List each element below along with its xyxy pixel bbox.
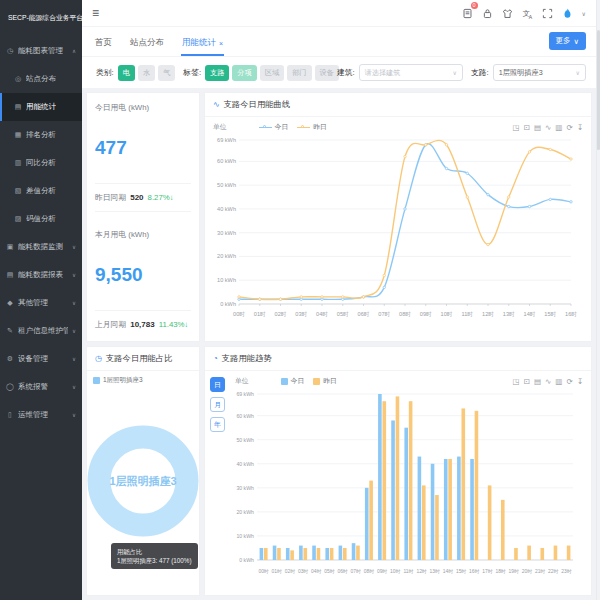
tag-chip-支路[interactable]: 支路 xyxy=(205,65,229,81)
sidebar-item-icon: ▦ xyxy=(14,131,22,139)
more-button[interactable]: 更多 ∨ xyxy=(549,32,587,50)
pie-chart-title: 支路今日用能占比 xyxy=(106,353,172,364)
last-month-value: 10,783 xyxy=(130,320,154,329)
zoom-icon[interactable]: ◳ xyxy=(513,123,520,132)
tab-label: 用能统计 xyxy=(182,37,216,49)
category-chips: 电水气 xyxy=(118,65,176,81)
restore-icon[interactable]: ⟳ xyxy=(566,123,572,132)
avatar-flame-icon[interactable] xyxy=(562,7,574,19)
sidebar-group-label: 设备管理 xyxy=(18,354,48,364)
tag-chip-部门[interactable]: 部门 xyxy=(287,65,311,81)
tab-首页[interactable]: 首页 xyxy=(94,30,113,56)
sidebar-group-label: 能耗数据监测 xyxy=(18,242,63,252)
tab-站点分布[interactable]: 站点分布 xyxy=(129,30,165,56)
data-view-icon[interactable]: ▤ xyxy=(534,377,541,386)
pulse-icon: ∿ xyxy=(213,100,220,109)
category-chip-水[interactable]: 水 xyxy=(138,65,155,81)
period-button-日[interactable]: 日 xyxy=(210,377,225,392)
legend-label: 昨日 xyxy=(313,122,327,132)
sidebar-group-0[interactable]: ◷能耗图表管理∧ xyxy=(0,37,82,65)
period-button-年[interactable]: 年 xyxy=(210,417,225,432)
filter-bar: 类别: 电水气 标签: 支路分项区域部门设备 建筑: 请选择建筑 ∨ 支路: 1… xyxy=(82,56,596,88)
pie-center-label: 1层照明插座3 xyxy=(109,475,176,487)
download-icon[interactable]: ↧ xyxy=(577,123,583,132)
docs-icon[interactable]: 0 xyxy=(462,7,474,19)
line-chart-plot: 0 kWh10 kWh20 kWh30 kWh40 kWh50 kWh60 kW… xyxy=(205,132,591,341)
svg-text:0 kWh: 0 kWh xyxy=(220,301,236,307)
svg-text:11时: 11时 xyxy=(403,568,413,574)
tag-chip-设备[interactable]: 设备 xyxy=(315,65,339,81)
sidebar-item-排名分析[interactable]: ▦排名分析 xyxy=(0,121,82,149)
sidebar-item-label: 码值分析 xyxy=(26,214,56,224)
svg-text:20 kWh: 20 kWh xyxy=(236,509,254,515)
sidebar-group-6[interactable]: ◯系统报警∨ xyxy=(0,373,82,401)
svg-text:40 kWh: 40 kWh xyxy=(236,461,254,467)
svg-text:16时: 16时 xyxy=(565,311,577,317)
sidebar-item-码值分析[interactable]: ▨码值分析 xyxy=(0,205,82,233)
theme-icon[interactable] xyxy=(502,7,514,19)
page-scrollbar[interactable] xyxy=(596,0,600,600)
sidebar-group-1[interactable]: ▣能耗数据监测∨ xyxy=(0,233,82,261)
svg-text:20 kWh: 20 kWh xyxy=(217,253,236,259)
fullscreen-icon[interactable] xyxy=(542,7,554,19)
sidebar-group-3[interactable]: ◆其他管理∨ xyxy=(0,289,82,317)
zoom-reset-icon[interactable]: ⊡ xyxy=(524,377,530,386)
zoom-reset-icon[interactable]: ⊡ xyxy=(524,123,530,132)
top-header: ≡ 0 文A ∨ xyxy=(82,0,596,26)
line-type-icon[interactable]: ∿ xyxy=(545,377,551,386)
svg-text:15时: 15时 xyxy=(456,568,466,574)
tag-chip-区域[interactable]: 区域 xyxy=(260,65,284,81)
period-button-月[interactable]: 月 xyxy=(210,397,225,412)
legend-marker xyxy=(297,127,310,128)
yesterday-compare-row: 昨日同期 520 8.27%↓ xyxy=(95,183,191,212)
sidebar-item-同比分析[interactable]: ▥同比分析 xyxy=(0,149,82,177)
svg-text:20时: 20时 xyxy=(522,568,532,574)
bar-type-icon[interactable]: ▥ xyxy=(555,377,562,386)
line-legend: 今日昨日 xyxy=(259,122,327,132)
sidebar-item-站点分布[interactable]: ◎站点分布 xyxy=(0,65,82,93)
sidebar-item-差值分析[interactable]: ▧差值分析 xyxy=(0,177,82,205)
sidebar-item-label: 排名分析 xyxy=(26,130,56,140)
legend-item-今日[interactable]: 今日 xyxy=(259,122,289,132)
legend-item-今日[interactable]: 今日 xyxy=(281,376,305,386)
branch-label: 支路: xyxy=(471,67,489,78)
sidebar-group-icon: ✎ xyxy=(6,327,14,335)
svg-text:08时: 08时 xyxy=(364,568,374,574)
sidebar-item-icon: ▥ xyxy=(14,159,22,167)
sidebar-group-5[interactable]: ⚙设备管理∨ xyxy=(0,345,82,373)
language-icon[interactable]: 文A xyxy=(522,7,534,19)
lock-icon[interactable] xyxy=(482,7,494,19)
line-type-icon[interactable]: ∿ xyxy=(545,123,551,132)
legend-item-昨日[interactable]: 昨日 xyxy=(313,376,337,386)
tab-用能统计[interactable]: 用能统计× xyxy=(181,30,224,56)
sidebar-group-2[interactable]: ▤能耗数据报表∨ xyxy=(0,261,82,289)
download-icon[interactable]: ↧ xyxy=(577,377,583,386)
svg-text:01时: 01时 xyxy=(254,311,266,317)
tag-chip-分项[interactable]: 分项 xyxy=(232,65,256,81)
user-menu-caret-icon[interactable]: ∨ xyxy=(582,10,586,17)
legend-item-昨日[interactable]: 昨日 xyxy=(297,122,327,132)
svg-text:01时: 01时 xyxy=(272,568,282,574)
sidebar-group-4[interactable]: ✎租户信息维护管理∨ xyxy=(0,317,82,345)
unit-label: 单位 xyxy=(213,122,227,132)
data-view-icon[interactable]: ▤ xyxy=(534,123,541,132)
tab-label: 站点分布 xyxy=(130,37,164,49)
last-month-compare-row: 上月同期 10,783 11.43%↓ xyxy=(95,310,191,332)
branch-select[interactable]: 1层照明插座3 ∨ xyxy=(493,64,586,81)
restore-icon[interactable]: ⟳ xyxy=(566,377,572,386)
svg-text:06时: 06时 xyxy=(337,568,347,574)
svg-text:13时: 13时 xyxy=(430,568,440,574)
category-chip-电[interactable]: 电 xyxy=(118,65,135,81)
svg-text:A: A xyxy=(529,13,533,18)
hamburger-icon[interactable]: ≡ xyxy=(92,6,99,20)
pie-legend-item[interactable]: 1层照明插座3 xyxy=(87,371,199,385)
sidebar-group-7[interactable]: ▯运维管理∨ xyxy=(0,401,82,429)
category-chip-气[interactable]: 气 xyxy=(158,65,175,81)
close-icon[interactable]: × xyxy=(219,40,223,47)
chevron-icon: ∨ xyxy=(72,328,76,334)
sidebar-item-用能统计[interactable]: ▤用能统计 xyxy=(0,93,82,121)
zoom-icon[interactable]: ◳ xyxy=(513,377,520,386)
building-select[interactable]: 请选择建筑 ∨ xyxy=(359,64,463,81)
line-chart-header: ∿ 支路今日用能曲线 xyxy=(205,93,591,117)
bar-type-icon[interactable]: ▥ xyxy=(555,123,562,132)
